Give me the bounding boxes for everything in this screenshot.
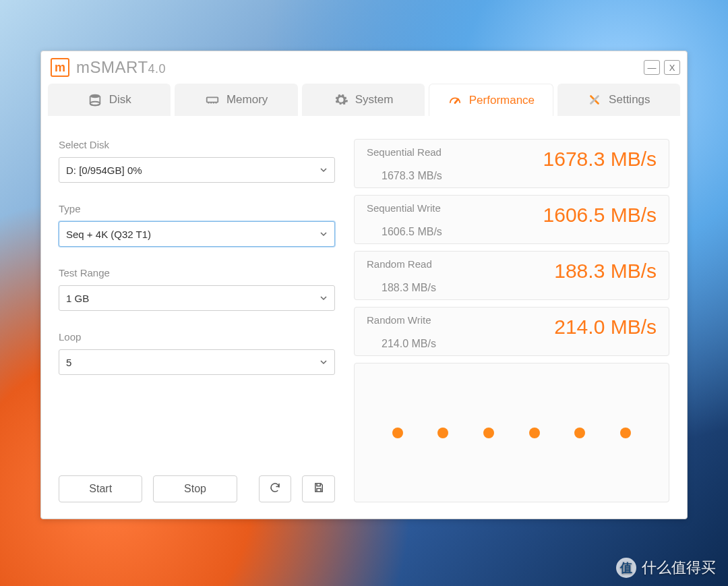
type-value: Seq + 4K (Q32 T1) bbox=[66, 229, 151, 240]
progress-dot bbox=[483, 428, 494, 438]
tab-disk[interactable]: Disk bbox=[48, 84, 171, 116]
results-panel: Sequential Read 1678.3 MB/s 1678.3 MB/s … bbox=[354, 139, 669, 502]
stop-label: Stop bbox=[184, 483, 206, 495]
app-window: m mSMART4.0 — X Disk bbox=[40, 51, 688, 519]
tab-settings[interactable]: Settings bbox=[557, 84, 680, 116]
progress-dot bbox=[620, 428, 631, 438]
metric-value: 188.3 MB/s bbox=[554, 260, 657, 283]
loop-value: 5 bbox=[66, 357, 71, 368]
save-button[interactable] bbox=[302, 475, 335, 502]
refresh-button[interactable] bbox=[259, 475, 292, 502]
svg-point-0 bbox=[90, 94, 100, 98]
app-version-text: 4.0 bbox=[148, 62, 166, 76]
tab-label: Disk bbox=[109, 93, 131, 107]
metric-random-write: Random Write 214.0 MB/s 214.0 MB/s bbox=[354, 307, 669, 356]
stop-button[interactable]: Stop bbox=[153, 475, 237, 502]
app-name-text: mSMART bbox=[76, 58, 148, 76]
metric-sequential-write: Sequential Write 1606.5 MB/s 1606.5 MB/s bbox=[354, 195, 669, 244]
tab-label: Performance bbox=[469, 94, 535, 107]
app-title: mSMART4.0 bbox=[76, 58, 166, 77]
test-range-dropdown[interactable]: 1 GB bbox=[59, 285, 335, 311]
chevron-down-icon bbox=[320, 229, 328, 240]
loop-dropdown[interactable]: 5 bbox=[59, 349, 335, 375]
disk-icon bbox=[88, 92, 102, 107]
select-disk-dropdown[interactable]: D: [0/954GB] 0% bbox=[59, 157, 335, 183]
metric-sequential-read: Sequential Read 1678.3 MB/s 1678.3 MB/s bbox=[354, 139, 669, 188]
start-button[interactable]: Start bbox=[59, 475, 142, 502]
save-icon bbox=[313, 481, 325, 496]
metric-random-read: Random Read 188.3 MB/s 188.3 MB/s bbox=[354, 251, 669, 300]
tab-label: Memory bbox=[226, 93, 268, 107]
metric-value: 1678.3 MB/s bbox=[543, 148, 657, 171]
tab-label: System bbox=[355, 93, 394, 107]
close-icon: X bbox=[669, 63, 675, 73]
tab-memory[interactable]: Memory bbox=[175, 84, 297, 116]
progress-dots-card bbox=[354, 363, 669, 502]
app-logo-icon: m bbox=[51, 58, 69, 77]
tab-system[interactable]: System bbox=[302, 84, 425, 116]
watermark: 值 什么值得买 bbox=[616, 558, 716, 578]
refresh-icon bbox=[269, 481, 281, 496]
titlebar: m mSMART4.0 — X bbox=[41, 51, 687, 84]
svg-point-1 bbox=[90, 102, 100, 106]
desktop-background: m mSMART4.0 — X Disk bbox=[0, 0, 728, 586]
loop-label: Loop bbox=[59, 331, 335, 343]
content-area: Select Disk D: [0/954GB] 0% Type Seq + 4… bbox=[41, 116, 687, 519]
type-label: Type bbox=[59, 203, 335, 214]
select-disk-value: D: [0/954GB] 0% bbox=[66, 165, 142, 176]
window-controls: — X bbox=[644, 60, 680, 75]
type-dropdown[interactable]: Seq + 4K (Q32 T1) bbox=[59, 221, 335, 247]
tab-performance[interactable]: Performance bbox=[429, 84, 553, 116]
tab-bar: Disk Memory System Performance bbox=[41, 84, 687, 116]
chevron-down-icon bbox=[320, 357, 328, 368]
controls-panel: Select Disk D: [0/954GB] 0% Type Seq + 4… bbox=[59, 139, 335, 502]
chevron-down-icon bbox=[320, 293, 328, 304]
watermark-text: 什么值得买 bbox=[642, 558, 716, 578]
action-row: Start Stop bbox=[59, 475, 335, 502]
metric-value: 1606.5 MB/s bbox=[543, 204, 657, 227]
chevron-down-icon bbox=[320, 165, 328, 176]
gear-icon bbox=[334, 92, 348, 107]
minimize-button[interactable]: — bbox=[644, 60, 660, 75]
app-logo-letter: m bbox=[55, 61, 65, 75]
metric-sub: 1678.3 MB/s bbox=[382, 170, 657, 182]
gauge-icon bbox=[448, 93, 462, 108]
progress-dot bbox=[437, 428, 448, 438]
progress-dot bbox=[574, 428, 585, 438]
settings-icon bbox=[587, 92, 602, 107]
close-button[interactable]: X bbox=[664, 60, 680, 75]
metric-sub: 214.0 MB/s bbox=[382, 338, 657, 350]
metric-sub: 188.3 MB/s bbox=[382, 282, 657, 294]
metric-value: 214.0 MB/s bbox=[554, 316, 657, 339]
test-range-label: Test Range bbox=[59, 267, 335, 279]
watermark-badge-text: 值 bbox=[620, 560, 632, 576]
select-disk-label: Select Disk bbox=[59, 139, 335, 150]
minimize-icon: — bbox=[648, 63, 657, 73]
svg-rect-2 bbox=[207, 97, 218, 102]
watermark-badge-icon: 值 bbox=[616, 558, 636, 578]
progress-dot bbox=[529, 428, 540, 438]
progress-dot bbox=[392, 428, 403, 438]
tab-label: Settings bbox=[609, 93, 650, 107]
metric-sub: 1606.5 MB/s bbox=[382, 226, 657, 238]
start-label: Start bbox=[89, 483, 112, 495]
test-range-value: 1 GB bbox=[66, 293, 89, 304]
memory-icon bbox=[205, 92, 220, 107]
